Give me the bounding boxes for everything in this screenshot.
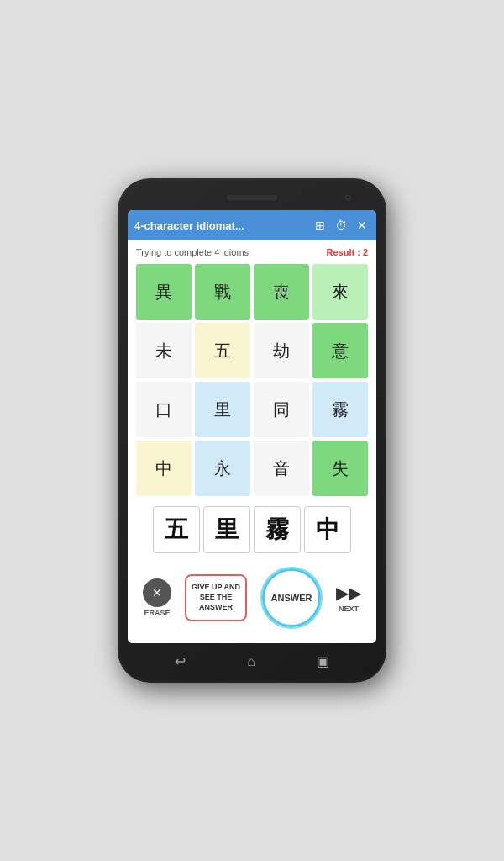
app-header: 4-character idiomat... ⊞ ⏱ ✕ — [128, 210, 376, 240]
grid-cell-1[interactable]: 戰 — [195, 264, 250, 320]
giveup-label: GIVE UP AND SEE THE ANSWER — [190, 583, 242, 612]
grid-icon[interactable]: ⊞ — [312, 217, 328, 234]
home-nav-icon[interactable]: ⌂ — [247, 654, 255, 669]
status-bar: Trying to complete 4 idioms Result : 2 — [136, 247, 368, 257]
app-content: Trying to complete 4 idioms Result : 2 異… — [128, 240, 376, 643]
answer-label: ANSWER — [271, 593, 312, 603]
grid-cell-3[interactable]: 來 — [312, 264, 368, 320]
history-icon[interactable]: ⏱ — [333, 217, 349, 234]
grid-cell-0[interactable]: 異 — [136, 264, 192, 320]
giveup-button[interactable]: GIVE UP AND SEE THE ANSWER — [185, 574, 247, 621]
grid-cell-6[interactable]: 劫 — [254, 323, 309, 378]
app-title: 4-character idiomat... — [134, 219, 307, 232]
answer-button[interactable]: ANSWER — [262, 568, 321, 627]
phone-speaker — [227, 195, 277, 200]
phone-screen: 4-character idiomat... ⊞ ⏱ ✕ Trying to c… — [128, 210, 376, 643]
grid-cell-14[interactable]: 音 — [254, 441, 309, 496]
result-badge: Result : 2 — [326, 247, 368, 257]
grid-cell-8[interactable]: 口 — [136, 382, 192, 437]
grid-cell-13[interactable]: 永 — [195, 441, 250, 496]
answer-char-2: 霧 — [254, 506, 301, 553]
answer-button-outer[interactable]: ANSWER — [260, 567, 323, 629]
answer-char-0: 五 — [153, 506, 200, 553]
grid-cell-12[interactable]: 中 — [136, 441, 192, 496]
back-nav-icon[interactable]: ↩ — [175, 653, 186, 669]
grid-cell-15[interactable]: 失 — [312, 441, 368, 496]
grid-cell-4[interactable]: 未 — [136, 323, 192, 378]
erase-button[interactable]: ✕ ERASE — [143, 578, 171, 617]
next-button[interactable]: ▶▶ NEXT — [336, 583, 361, 613]
idiom-grid: 異戰喪來未五劫意口里同霧中永音失 — [136, 264, 368, 496]
phone-top-bar — [128, 188, 376, 207]
grid-cell-10[interactable]: 同 — [254, 382, 309, 437]
next-label: NEXT — [339, 605, 359, 613]
grid-cell-7[interactable]: 意 — [312, 323, 368, 378]
grid-cell-5[interactable]: 五 — [195, 323, 250, 378]
grid-cell-9[interactable]: 里 — [195, 382, 250, 437]
grid-cell-11[interactable]: 霧 — [312, 382, 368, 437]
grid-cell-2[interactable]: 喪 — [254, 264, 309, 320]
erase-icon[interactable]: ✕ — [143, 578, 171, 607]
recent-nav-icon[interactable]: ▣ — [317, 653, 329, 669]
phone-nav-bar: ↩ ⌂ ▣ — [128, 647, 376, 673]
phone-camera — [345, 195, 351, 201]
answer-char-1: 里 — [203, 506, 250, 553]
controls-bar: ✕ ERASE GIVE UP AND SEE THE ANSWER ANSWE… — [136, 563, 368, 634]
erase-label: ERASE — [144, 609, 170, 617]
close-icon[interactable]: ✕ — [354, 217, 370, 234]
next-icon[interactable]: ▶▶ — [336, 583, 361, 603]
answer-char-3: 中 — [304, 506, 351, 553]
status-label: Trying to complete 4 idioms — [136, 247, 249, 257]
phone-device: 4-character idiomat... ⊞ ⏱ ✕ Trying to c… — [118, 178, 386, 683]
answer-display: 五里霧中 — [136, 506, 368, 553]
